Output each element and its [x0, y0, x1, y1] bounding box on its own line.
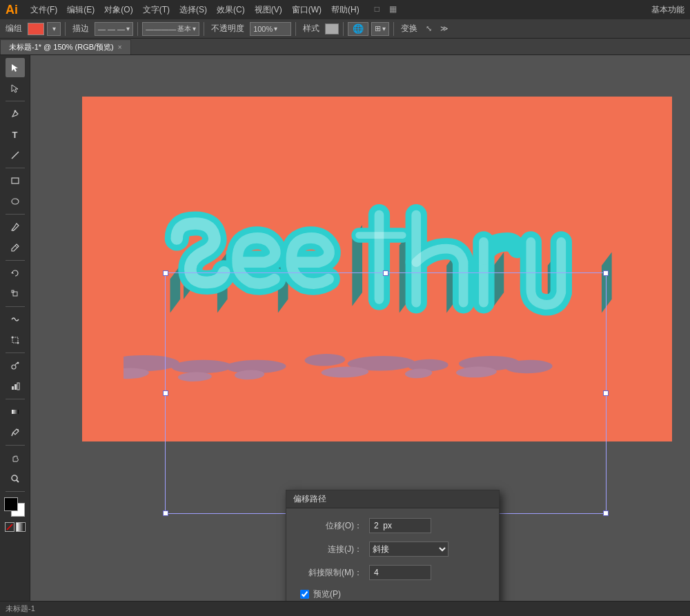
tool-hand[interactable] [6, 448, 25, 468]
tool-eyedropper[interactable] [6, 423, 25, 442]
tool-sep-9 [6, 491, 25, 492]
menu-text[interactable]: 文字(T) [139, 3, 174, 17]
handle-top-left[interactable] [163, 270, 168, 276]
artboard [82, 97, 672, 441]
toolbar-color-options[interactable]: ▾ [47, 22, 61, 36]
svg-point-43 [319, 367, 371, 378]
tab-close[interactable]: × [118, 43, 122, 51]
offset-path-dialog: 偏移路径 位移(O)： 连接(J)： 斜接 圆角 斜角 斜接限制(M)： [286, 490, 500, 601]
handle-left-mid[interactable] [163, 390, 168, 396]
toolbar-globe[interactable]: 🌐 [348, 22, 368, 36]
handle-bottom-left[interactable] [163, 510, 168, 516]
toolbar-more[interactable]: ≫ [437, 22, 451, 36]
tool-pen[interactable] [6, 104, 25, 123]
tool-direct-selection[interactable] [6, 79, 25, 98]
dialog-miter-input[interactable] [369, 565, 431, 580]
handle-right-mid[interactable] [603, 390, 609, 396]
svg-point-42 [233, 370, 266, 379]
dialog-offset-row: 位移(O)： [300, 518, 485, 533]
svg-point-36 [303, 354, 346, 366]
svg-line-22 [17, 480, 19, 482]
menu-object[interactable]: 对象(O) [100, 3, 137, 17]
svg-marker-1 [12, 85, 18, 92]
dialog-body: 位移(O)： 连接(J)： 斜接 圆角 斜角 斜接限制(M)： [286, 508, 499, 601]
document-tab[interactable]: 未标题-1* @ 150% (RGB/预览) × [0, 39, 131, 54]
menu-help[interactable]: 帮助(H) [327, 3, 364, 17]
svg-point-11 [11, 337, 13, 339]
tool-warp[interactable] [6, 310, 25, 329]
svg-point-37 [346, 356, 417, 371]
svg-line-6 [15, 246, 17, 248]
toolbar-align[interactable]: ⊞ ▾ [371, 22, 389, 36]
toolbar-transform-label[interactable]: 变换 [398, 23, 420, 34]
menu-window[interactable]: 窗口(W) [288, 3, 326, 17]
toolbar-fill-color[interactable] [28, 23, 44, 35]
style-swatch[interactable] [325, 23, 339, 34]
handle-top-mid[interactable] [383, 270, 388, 276]
titlebar: Ai 文件(F) 编辑(E) 对象(O) 文字(T) 选择(S) 效果(C) 视… [0, 0, 690, 19]
dialog-title: 偏移路径 [293, 493, 326, 505]
dialog-miter-row: 斜接限制(M)： [300, 565, 485, 580]
tool-line[interactable] [6, 146, 25, 165]
svg-line-23 [7, 524, 12, 530]
stroke-line-style[interactable]: ———— 基本 ▾ [142, 22, 199, 36]
dialog-preview-label[interactable]: 预览(P) [313, 588, 341, 600]
tab-title: 未标题-1* @ 150% (RGB/预览) [9, 42, 114, 52]
menu-icon2: ▦ [385, 3, 401, 17]
menu-file[interactable]: 文件(F) [26, 3, 61, 17]
svg-point-39 [457, 356, 522, 371]
svg-rect-16 [14, 384, 17, 390]
dialog-preview-checkbox[interactable] [300, 590, 309, 599]
tool-graph[interactable] [6, 377, 25, 396]
tool-sep-1 [6, 101, 25, 101]
tool-paintbrush[interactable] [6, 217, 25, 237]
sep4 [295, 22, 296, 36]
dialog-offset-label: 位移(O)： [300, 520, 369, 532]
menu-effect[interactable]: 效果(C) [213, 3, 249, 17]
menu-select[interactable]: 选择(S) [175, 3, 211, 17]
tool-sep-2 [6, 168, 25, 168]
tool-scale[interactable] [6, 284, 25, 304]
menubar: 文件(F) 编辑(E) 对象(O) 文字(T) 选择(S) 效果(C) 视图(V… [26, 3, 401, 17]
svg-rect-17 [17, 383, 19, 390]
tool-symbol-sprayer[interactable] [6, 356, 25, 375]
tool-rectangle[interactable] [6, 171, 25, 190]
color-mode-gradient-swatch[interactable] [16, 522, 26, 532]
stroke-selector[interactable]: — — — ▾ [95, 22, 133, 36]
tool-zoom[interactable] [6, 469, 25, 488]
tool-rotate[interactable] [6, 264, 25, 283]
svg-line-19 [12, 433, 13, 436]
handle-bottom-right[interactable] [603, 510, 609, 516]
svg-line-3 [12, 152, 19, 159]
tool-pencil[interactable] [6, 238, 25, 257]
artwork-text [124, 117, 662, 414]
color-mode-none[interactable] [5, 522, 14, 532]
svg-point-5 [12, 199, 19, 204]
tool-free-transform[interactable] [6, 330, 25, 350]
foreground-color-swatch[interactable] [4, 497, 18, 511]
dialog-join-select[interactable]: 斜接 圆角 斜角 [369, 542, 448, 557]
left-toolbar: T [0, 55, 30, 601]
opacity-selector[interactable]: 100% ▾ [250, 22, 291, 36]
dialog-titlebar[interactable]: 偏移路径 [286, 490, 499, 508]
menu-edit[interactable]: 编辑(E) [63, 3, 99, 17]
toolbar-style-label: 样式 [300, 23, 322, 34]
svg-point-33 [124, 355, 181, 371]
tool-ellipse[interactable] [6, 192, 25, 211]
tool-selection[interactable] [6, 58, 25, 77]
handle-top-right[interactable] [603, 270, 609, 276]
color-mode-btns [5, 522, 26, 532]
svg-point-13 [12, 365, 16, 369]
dialog-join-row: 连接(J)： 斜接 圆角 斜角 [300, 542, 485, 557]
dialog-offset-input[interactable] [369, 518, 431, 533]
svg-point-14 [17, 362, 19, 364]
tool-gradient[interactable] [6, 402, 25, 421]
tool-sep-3 [6, 214, 25, 215]
sep6 [393, 22, 394, 36]
svg-rect-4 [12, 178, 19, 183]
tool-type[interactable]: T [6, 125, 25, 144]
menu-view[interactable]: 视图(V) [250, 3, 286, 17]
svg-point-35 [224, 360, 288, 374]
canvas-area[interactable]: 偏移路径 位移(O)： 连接(J)： 斜接 圆角 斜角 斜接限制(M)： [30, 55, 690, 601]
toolbar-transform-btn[interactable]: ⤡ [423, 22, 435, 36]
